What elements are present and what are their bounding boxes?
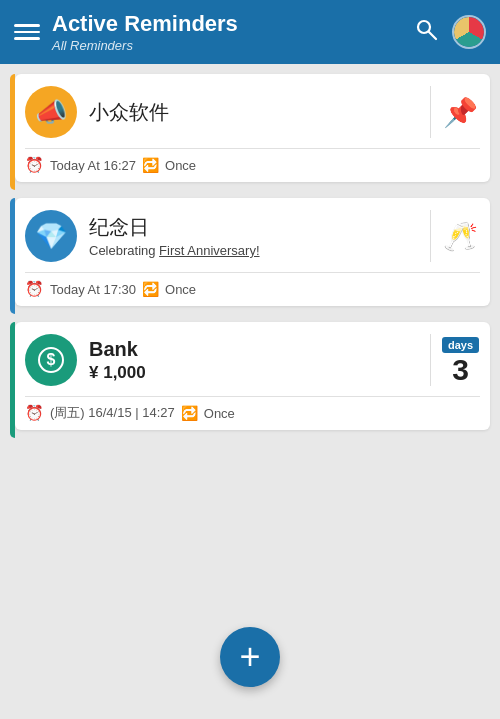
page-subtitle: All Reminders xyxy=(52,38,402,53)
card-accent-3 xyxy=(10,322,15,438)
card-right-3: days 3 xyxy=(430,334,480,386)
card-top-2: 💎 纪念日 Celebrating First Anniversary! 🥂 xyxy=(15,198,490,272)
card-right-1: 📌 xyxy=(430,86,480,138)
card-bottom-3: ⏰ (周五) 16/4/15 | 14:27 🔁 Once xyxy=(15,397,490,430)
alarm-icon-2: ⏰ xyxy=(25,280,44,298)
card-right-icon-1: 📌 xyxy=(443,96,478,129)
card-text-3: Bank ¥ 1,000 xyxy=(89,338,418,383)
card-time-3: (周五) 16/4/15 | 14:27 xyxy=(50,404,175,422)
search-button[interactable] xyxy=(414,17,438,47)
reminders-list: 📣 小众软件 📌 ⏰ Today At 16:27 🔁 Once xyxy=(0,64,500,446)
page-title: Active Reminders xyxy=(52,11,402,37)
card-title-2: 纪念日 xyxy=(89,214,418,241)
card-subtitle-3: ¥ 1,000 xyxy=(89,363,418,383)
days-label: days xyxy=(442,337,479,353)
card-right-2: 🥂 xyxy=(430,210,480,262)
card-recurrence-3: Once xyxy=(204,406,235,421)
svg-point-0 xyxy=(418,21,430,33)
card-bottom-1: ⏰ Today At 16:27 🔁 Once xyxy=(15,149,490,182)
card-top-1: 📣 小众软件 📌 xyxy=(15,74,490,148)
svg-text:$: $ xyxy=(47,351,56,368)
alarm-icon-3: ⏰ xyxy=(25,404,44,422)
card-text-1: 小众软件 xyxy=(89,99,418,126)
days-number: 3 xyxy=(442,353,479,386)
color-wheel-button[interactable] xyxy=(452,15,486,49)
reminder-card-2[interactable]: 💎 纪念日 Celebrating First Anniversary! 🥂 ⏰… xyxy=(10,198,490,314)
reminder-card-3[interactable]: $ Bank ¥ 1,000 days 3 ⏰ (周五) 16/4/15 | 1 xyxy=(10,322,490,438)
card-right-icon-2: 🥂 xyxy=(443,220,478,253)
card-bottom-2: ⏰ Today At 17:30 🔁 Once xyxy=(15,273,490,306)
header-title-group: Active Reminders All Reminders xyxy=(52,11,402,52)
header: Active Reminders All Reminders xyxy=(0,0,500,64)
card-accent-1 xyxy=(10,74,15,190)
reminder-card-1[interactable]: 📣 小众软件 📌 ⏰ Today At 16:27 🔁 Once xyxy=(10,74,490,190)
card-recurrence-2: Once xyxy=(165,282,196,297)
card-title-1: 小众软件 xyxy=(89,99,418,126)
card-icon-3: $ xyxy=(25,334,77,386)
card-time-2: Today At 17:30 xyxy=(50,282,136,297)
card-text-2: 纪念日 Celebrating First Anniversary! xyxy=(89,214,418,258)
sync-icon-2: 🔁 xyxy=(142,281,159,297)
card-top-3: $ Bank ¥ 1,000 days 3 xyxy=(15,322,490,396)
sync-icon-1: 🔁 xyxy=(142,157,159,173)
days-badge: days 3 xyxy=(442,335,479,386)
card-icon-2: 💎 xyxy=(25,210,77,262)
color-wheel-icon xyxy=(454,17,484,47)
add-reminder-button[interactable]: + xyxy=(220,627,280,687)
card-subtitle-2: Celebrating First Anniversary! xyxy=(89,243,418,258)
card-title-3: Bank xyxy=(89,338,418,361)
header-icons xyxy=(414,15,486,49)
alarm-icon-1: ⏰ xyxy=(25,156,44,174)
card-recurrence-1: Once xyxy=(165,158,196,173)
sync-icon-3: 🔁 xyxy=(181,405,198,421)
menu-button[interactable] xyxy=(14,24,40,40)
svg-line-1 xyxy=(429,32,436,39)
card-accent-2 xyxy=(10,198,15,314)
card-time-1: Today At 16:27 xyxy=(50,158,136,173)
card-icon-1: 📣 xyxy=(25,86,77,138)
